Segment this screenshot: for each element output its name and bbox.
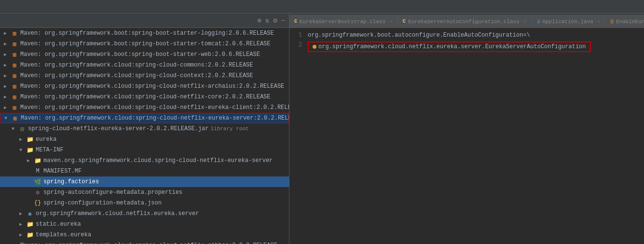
line-number: 1 bbox=[293, 32, 308, 39]
tree-item-maven-tomcat[interactable]: ▦Maven: org.springframework.boot:spring-… bbox=[0, 39, 289, 49]
file-icon-module: ▦ bbox=[11, 51, 18, 58]
tree-item-label: spring.factories bbox=[43, 178, 99, 185]
tab-icon-class: C bbox=[294, 19, 297, 24]
tree-item-static-eureka[interactable]: 📁static.eureka bbox=[0, 219, 289, 230]
tree-arrow bbox=[4, 30, 11, 36]
line-number: 2 bbox=[293, 41, 308, 48]
tree-arrow bbox=[4, 52, 11, 57]
tree-item-label: Maven: org.springframework.cloud:spring-… bbox=[20, 94, 270, 100]
tree-item-maven-web[interactable]: ▦Maven: org.springframework.boot:spring-… bbox=[0, 49, 289, 60]
file-icon-module: ▦ bbox=[11, 93, 18, 101]
tree-arrow bbox=[19, 232, 26, 238]
tree-item-label: Maven: org.springframework.cloud:spring-… bbox=[20, 72, 253, 79]
editor-tab-application-java[interactable]: JApplication.java× bbox=[532, 15, 606, 27]
code-highlight-box: org.springframework.cloud.netflix.eureka… bbox=[308, 41, 591, 52]
tree-item-label: maven.org.springframework.cloud.spring-c… bbox=[43, 157, 273, 164]
left-panel: ⊕ ⇅ ⚙ − ▦Maven: org.springframework.boot… bbox=[0, 14, 289, 244]
editor-tab-eureka-autoconfig[interactable]: CEurekaServerAutoConfiguration.class× bbox=[398, 15, 532, 27]
tab-close-icon[interactable]: × bbox=[597, 19, 601, 25]
tab-label: EurekaServerBootstrap.class bbox=[300, 19, 385, 25]
tree-item-label: MANIFEST.MF bbox=[43, 168, 82, 175]
file-icon-module: ▦ bbox=[11, 72, 18, 80]
tree-item-maven-commons[interactable]: ▦Maven: org.springframework.cloud:spring… bbox=[0, 60, 289, 70]
tab-label: EurekaServerAutoConfiguration.class bbox=[408, 19, 520, 25]
tree-item-label: Maven: org.springframework.boot:spring-b… bbox=[20, 41, 270, 47]
file-icon-manifest: M bbox=[34, 167, 41, 175]
file-icon-folder: 📁 bbox=[26, 231, 34, 239]
tree-arrow bbox=[4, 105, 11, 110]
tree-item-maven-archaius[interactable]: ▦Maven: org.springframework.cloud:spring… bbox=[0, 81, 289, 92]
tree-arrow bbox=[4, 116, 11, 121]
right-panel: CEurekaServerBootstrap.class×CEurekaServ… bbox=[289, 14, 644, 244]
file-icon-properties: ⚙ bbox=[34, 189, 41, 196]
settings-icon[interactable]: ⇅ bbox=[265, 16, 269, 25]
tree-arrow bbox=[4, 83, 11, 89]
tree-item-maven-meta[interactable]: 📁maven.org.springframework.cloud.spring-… bbox=[0, 155, 289, 166]
tab-label: EnableEureka bbox=[616, 19, 644, 25]
code-line-1: 1org.springframework.boot.autoconfigure.… bbox=[289, 32, 644, 41]
tree-item-label: Maven: org.springframework.cloud:spring-… bbox=[20, 104, 289, 111]
file-icon-folder: 📁 bbox=[26, 136, 34, 143]
tree-item-label: Maven: org.springframework.cloud:spring-… bbox=[20, 62, 253, 68]
file-icon-spring: 🌿 bbox=[34, 178, 41, 186]
file-icon-pkg: ◉ bbox=[26, 210, 34, 217]
tab-close-icon[interactable]: × bbox=[523, 19, 527, 25]
file-icon-jar: ▤ bbox=[18, 125, 26, 133]
file-icon-module: ▦ bbox=[11, 82, 18, 90]
tree-item-meta-inf-folder[interactable]: 📁META-INF bbox=[0, 145, 289, 155]
highlighted-code-text: org.springframework.cloud.netflix.eureka… bbox=[318, 43, 586, 50]
editor-tabs: CEurekaServerBootstrap.class×CEurekaServ… bbox=[289, 14, 644, 28]
tree-arrow bbox=[19, 148, 26, 153]
tree-item-label: spring-cloud-netflix-eureka-server-2.0.2… bbox=[28, 125, 208, 132]
title-bar bbox=[0, 0, 644, 14]
tree-arrow bbox=[4, 41, 11, 47]
tree-item-templates-eureka[interactable]: 📁templates.eureka bbox=[0, 230, 289, 240]
tree-item-maven-eureka-client[interactable]: ▦Maven: org.springframework.cloud:spring… bbox=[0, 102, 289, 113]
tab-icon-e: @ bbox=[610, 19, 614, 25]
file-icon-module: ▦ bbox=[11, 29, 18, 37]
editor-tab-eureka-bootstrap[interactable]: CEurekaServerBootstrap.class× bbox=[289, 15, 398, 27]
tree-item-maven-context[interactable]: ▦Maven: org.springframework.cloud:spring… bbox=[0, 70, 289, 81]
code-content: org.springframework.boot.autoconfigure.E… bbox=[308, 32, 530, 39]
tree-item-spring-config-meta[interactable]: {}spring-configuration-metadata.json bbox=[0, 198, 289, 208]
tree-item-manifest[interactable]: MMANIFEST.MF bbox=[0, 166, 289, 176]
tree-item-spring-autoconfig[interactable]: ⚙spring-autoconfigure-metadata.propertie… bbox=[0, 187, 289, 198]
file-icon-module: ▦ bbox=[11, 40, 18, 48]
globe-icon[interactable]: ⊕ bbox=[257, 16, 261, 25]
tree-item-eureka-folder[interactable]: 📁eureka bbox=[0, 134, 289, 145]
tree-item-spring-factories[interactable]: 🌿spring.factories bbox=[0, 176, 289, 187]
tree-item-maven-core[interactable]: ▦Maven: org.springframework.cloud:spring… bbox=[0, 92, 289, 102]
file-icon-module: ▦ bbox=[11, 114, 19, 122]
tree-item-jar-root[interactable]: ▤spring-cloud-netflix-eureka-server-2.0.… bbox=[0, 123, 289, 134]
main-layout: ⊕ ⇅ ⚙ − ▦Maven: org.springframework.boot… bbox=[0, 14, 644, 244]
file-icon-module: ▦ bbox=[11, 104, 18, 111]
tree-arrow bbox=[4, 94, 11, 100]
code-content: org.springframework.cloud.netflix.eureka… bbox=[308, 41, 591, 52]
editor-tab-enable-eureka[interactable]: @EnableEureka× bbox=[605, 15, 644, 27]
tree-item-label: spring-configuration-metadata.json bbox=[43, 200, 162, 206]
file-icon-folder: 📁 bbox=[26, 220, 34, 228]
file-icon-folder: 📁 bbox=[26, 146, 34, 154]
tree-arrow bbox=[27, 158, 34, 163]
tree-item-label: META-INF bbox=[36, 147, 64, 153]
tab-label: Application.java bbox=[542, 19, 593, 25]
tree-item-maven-eureka-server[interactable]: ▦Maven: org.springframework.cloud:spring… bbox=[0, 113, 289, 123]
tab-icon-java: J bbox=[537, 19, 540, 25]
tree-item-label: Maven: org.springframework.cloud:spring-… bbox=[20, 242, 277, 244]
tree-item-label: Maven: org.springframework.boot:spring-b… bbox=[20, 51, 260, 58]
tree-item-label: eureka bbox=[36, 136, 56, 143]
code-line-2: 2org.springframework.cloud.netflix.eurek… bbox=[289, 41, 644, 52]
file-icon-json: {} bbox=[34, 199, 41, 207]
tree-item-maven-logging[interactable]: ▦Maven: org.springframework.boot:spring-… bbox=[0, 28, 289, 39]
tree-arrow bbox=[19, 136, 26, 142]
tree-item-label: Maven: org.springframework.cloud:spring-… bbox=[20, 83, 284, 90]
gear-icon[interactable]: ⚙ bbox=[273, 16, 277, 25]
project-tree[interactable]: ▦Maven: org.springframework.boot:spring-… bbox=[0, 28, 289, 244]
tree-item-org-package[interactable]: ◉org.springframework.cloud.netflix.eurek… bbox=[0, 208, 289, 219]
tab-close-icon[interactable]: × bbox=[389, 19, 393, 25]
editor-content: 1org.springframework.boot.autoconfigure.… bbox=[289, 28, 644, 244]
tree-arrow bbox=[19, 211, 26, 217]
yellow-dot-icon bbox=[313, 45, 316, 49]
minimize-icon[interactable]: − bbox=[281, 17, 285, 25]
tree-item-maven-ribbon[interactable]: ▦Maven: org.springframework.cloud:spring… bbox=[0, 240, 289, 244]
